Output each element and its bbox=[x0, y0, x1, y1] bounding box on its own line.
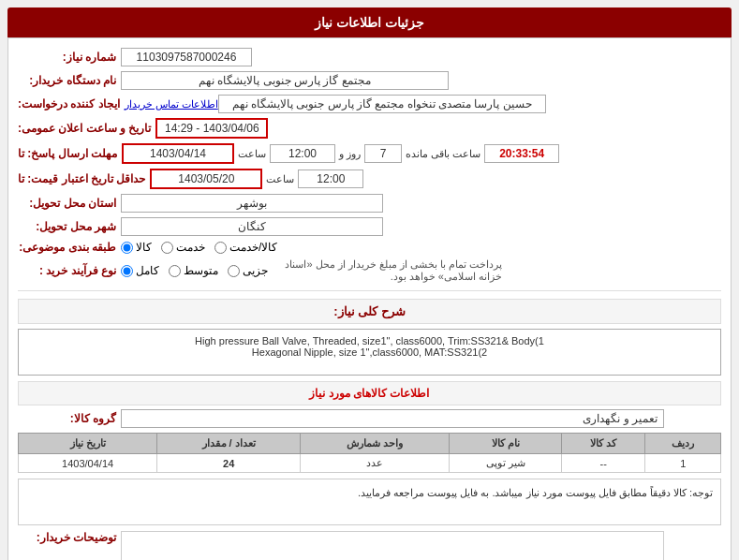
groheKala-value: تعمیر و نگهداری bbox=[121, 409, 664, 428]
mohlatErsalPasokh-label: مهلت ارسال پاسخ: تا bbox=[18, 147, 122, 160]
table-cell-3: عدد bbox=[301, 454, 450, 473]
tabaqeh-kala[interactable]: کالا bbox=[121, 241, 152, 254]
noeFarayand-motevaset-label: متوسط bbox=[184, 264, 218, 277]
noeFarayand-jozii-radio[interactable] bbox=[228, 265, 240, 277]
groheKala-row: تعمیر و نگهداری گروه کالا: bbox=[18, 409, 721, 428]
tabaqeh-khidmat-radio[interactable] bbox=[161, 242, 173, 254]
shahr-label: شهر محل تحویل: bbox=[18, 220, 121, 233]
mohlatErsalPasokh-row: 20:33:54 ساعت باقی مانده 7 روز و 12:00 س… bbox=[18, 143, 721, 164]
tozi-section: توضیحات خریدار: bbox=[18, 531, 721, 560]
timer-value: 20:33:54 bbox=[484, 144, 559, 163]
noeFarayand-radio-group: جزیی متوسط کامل bbox=[121, 264, 268, 277]
roz-value: 7 bbox=[364, 144, 402, 163]
table-row: 1--شیر توپیعدد241403/04/14 bbox=[19, 454, 721, 473]
hadadaqalTarikh-row: 12:00 ساعت 1403/05/20 حداقل تاریخ اعتبار… bbox=[18, 169, 721, 189]
tabaqeh-khidmat[interactable]: خدمت bbox=[161, 241, 205, 254]
saat-value: 12:00 bbox=[270, 144, 335, 163]
roz-label: روز و bbox=[339, 148, 361, 160]
noeFarayand-jozii[interactable]: جزیی bbox=[228, 264, 268, 277]
mohlatErsalPasokh-date: 1403/04/14 bbox=[122, 143, 234, 164]
tarikh-row: 1403/04/06 - 14:29 تاریخ و ساعت اعلان عم… bbox=[18, 118, 721, 139]
noeFarayand-row: پرداخت تمام با بخشی از مبلغ خریدار از مح… bbox=[18, 258, 721, 283]
groheKala-label: گروه کالا: bbox=[18, 412, 121, 425]
ostan-row: بوشهر استان محل تحویل: bbox=[18, 194, 721, 213]
ijadKonande-row: حسین پارسا متصدی تنخواه مجتمع گاز پارس ج… bbox=[18, 95, 721, 113]
tarikh-value: 1403/04/06 - 14:29 bbox=[155, 118, 268, 139]
kala-table: ردیف کد کالا نام کالا واحد شمارش تعداد /… bbox=[18, 433, 721, 473]
hadadaqal-saat-value: 12:00 bbox=[298, 169, 363, 188]
tabaqeh-kala-khidmat[interactable]: کالا/خدمت bbox=[214, 241, 277, 254]
table-cell-4: 24 bbox=[157, 454, 301, 473]
table-cell-0: 1 bbox=[645, 454, 721, 473]
tabaqeh-khidmat-label: خدمت bbox=[176, 241, 205, 254]
tabaqeh-kala-label: کالا bbox=[136, 241, 152, 254]
note-box: توجه: کالا دقیقاً مطابق فایل پیوست مورد … bbox=[18, 479, 721, 525]
namDastgah-value: مجتمع گاز پارس جنوبی پالایشگاه نهم bbox=[121, 71, 449, 90]
sharhKoli-line1: High pressure Ball Valve, Threaded, size… bbox=[24, 335, 715, 346]
col-tedad: تعداد / مقدار bbox=[157, 434, 301, 454]
shomareNiaz-value: 1103097587000246 bbox=[121, 48, 252, 66]
shomareNiaz-label: شماره نیاز: bbox=[18, 51, 121, 64]
saat-label: ساعت bbox=[238, 148, 266, 160]
noeFarayand-label: نوع فرآیند خرید : bbox=[18, 264, 121, 277]
sharhKoli-header: شرح کلی نیاز: bbox=[18, 299, 721, 324]
page-title: جزئیات اطلاعات نیاز bbox=[7, 7, 732, 37]
shahr-row: کنگان شهر محل تحویل: bbox=[18, 217, 721, 236]
shomareNiaz-row: 1103097587000246 شماره نیاز: bbox=[18, 48, 721, 66]
timer-label: ساعت باقی مانده bbox=[406, 148, 480, 160]
table-cell-2: شیر توپی bbox=[450, 454, 562, 473]
note-text: توجه: کالا دقیقاً مطابق فایل پیوست مورد … bbox=[358, 487, 713, 498]
ijadKonande-value: حسین پارسا متصدی تنخواه مجتمع گاز پارس ج… bbox=[218, 95, 546, 113]
ijadKonande-label: ایجاد کننده درخواست: bbox=[18, 97, 125, 111]
tabaqeh-radio-group: کالا/خدمت خدمت کالا bbox=[121, 241, 277, 254]
hadadaqalTarikh-label: حداقل تاریخ اعتبار قیمت: تا bbox=[18, 172, 150, 185]
noeFarayand-kamel-label: کامل bbox=[136, 264, 159, 277]
tabaqeh-row: کالا/خدمت خدمت کالا طبقه بندی موضوعی: bbox=[18, 241, 721, 254]
table-cell-1: -- bbox=[562, 454, 645, 473]
noeFarayand-jozii-label: جزیی bbox=[243, 264, 268, 277]
tabaqeh-kala-khidmat-label: کالا/خدمت bbox=[229, 241, 277, 254]
tabaqeh-kala-khidmat-radio[interactable] bbox=[214, 242, 227, 254]
ostan-value: بوشهر bbox=[121, 194, 383, 213]
col-namKala: نام کالا bbox=[450, 434, 562, 454]
shahr-value: کنگان bbox=[121, 217, 383, 236]
noeFarayand-motevaset[interactable]: متوسط bbox=[169, 264, 218, 277]
col-radif: ردیف bbox=[645, 434, 721, 454]
namDastgah-row: مجتمع گاز پارس جنوبی پالایشگاه نهم نام د… bbox=[18, 71, 721, 90]
noeFarayand-kamel-radio[interactable] bbox=[121, 265, 133, 277]
col-tarikhNiaz: تاریخ نیاز bbox=[19, 434, 157, 454]
tabaqeh-label: طبقه بندی موضوعی: bbox=[18, 241, 121, 254]
noeFarayand-note: پرداخت تمام با بخشی از مبلغ خریدار از مح… bbox=[268, 258, 502, 283]
sharhKoli-box: High pressure Ball Valve, Threaded, size… bbox=[18, 329, 721, 376]
tabaqeh-kala-radio[interactable] bbox=[121, 242, 133, 254]
ostan-label: استان محل تحویل: bbox=[18, 197, 121, 210]
hadadaqal-date: 1403/05/20 bbox=[150, 169, 262, 189]
namDastgah-label: نام دستگاه خریدار: bbox=[18, 74, 121, 87]
hadadaqal-saat-label: ساعت bbox=[266, 173, 294, 185]
tozi-box bbox=[121, 531, 664, 560]
noeFarayand-motevaset-radio[interactable] bbox=[169, 265, 181, 277]
etelaat-tamaas-link[interactable]: اطلاعات تماس خریدار bbox=[125, 98, 218, 111]
col-vahadShomarash: واحد شمارش bbox=[301, 434, 450, 454]
tarikh-label: تاریخ و ساعت اعلان عمومی: bbox=[18, 122, 155, 135]
tozi-label: توضیحات خریدار: bbox=[18, 531, 121, 544]
etelaat-kala-header: اطلاعات کالاهای مورد نیاز bbox=[18, 381, 721, 405]
table-cell-5: 1403/04/14 bbox=[19, 454, 157, 473]
noeFarayand-kamel[interactable]: کامل bbox=[121, 264, 159, 277]
sharhKoli-line2: Hexagonal Nipple, size 1",class6000, MAT… bbox=[24, 346, 715, 358]
col-kodKala: کد کالا bbox=[562, 434, 645, 454]
